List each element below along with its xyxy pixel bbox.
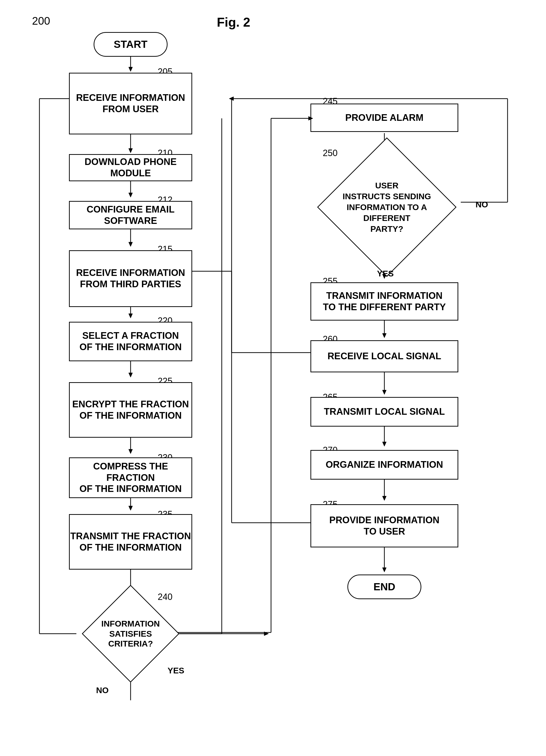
connector-lines-2 xyxy=(0,0,546,756)
step-240-label: INFORMATIONSATISFIESCRITERIA? xyxy=(101,619,160,649)
step-250-label: USERINSTRUCTS SENDINGINFORMATION TO ADIF… xyxy=(343,180,431,234)
flowchart-diagram: Fig. 2 200 START 205 RECEIVE INFORMATION… xyxy=(0,0,546,756)
svg-marker-54 xyxy=(308,116,313,120)
